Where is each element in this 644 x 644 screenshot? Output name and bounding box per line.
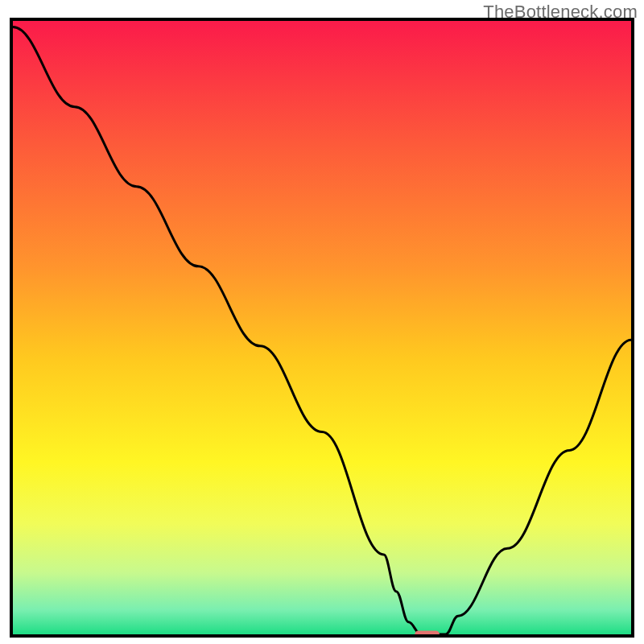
chart-background [13, 21, 631, 634]
bottleneck-chart [10, 18, 634, 638]
chart-container: TheBottleneck.com [0, 0, 644, 644]
